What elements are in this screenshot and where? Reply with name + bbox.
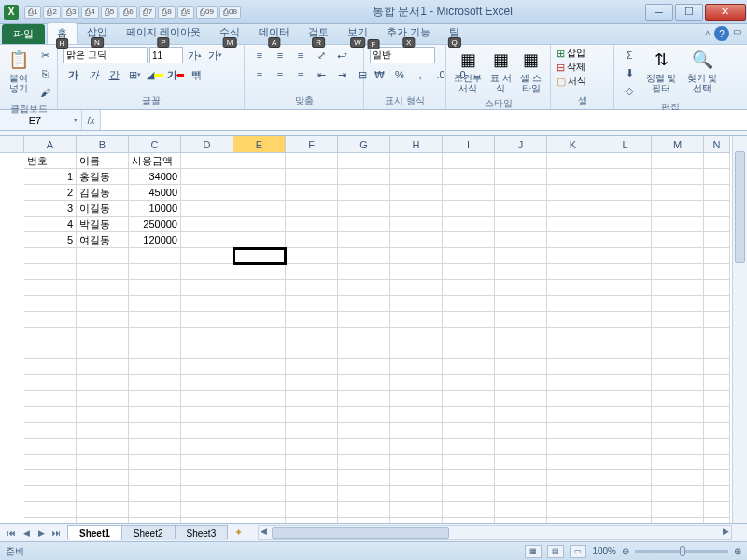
cell-N4[interactable] (704, 201, 730, 217)
cell-H1[interactable] (390, 153, 443, 169)
cell-D5[interactable] (181, 217, 233, 232)
cell-G15[interactable] (338, 375, 390, 391)
cell-B5[interactable]: 박길동 (77, 217, 129, 232)
page-break-view-button[interactable]: ▭ (570, 545, 586, 558)
cell-M19[interactable] (652, 439, 704, 455)
cell-D12[interactable] (181, 328, 233, 343)
cell-N3[interactable] (704, 185, 730, 201)
cell-A18[interactable] (24, 423, 77, 439)
increase-indent-button[interactable]: ⇥ (332, 66, 351, 83)
col-header-K[interactable]: K (547, 136, 599, 153)
tab-M[interactable]: 수식M (210, 22, 249, 44)
clear-button[interactable]: ◇ (620, 82, 639, 99)
col-header-B[interactable]: B (77, 136, 129, 153)
percent-button[interactable]: % (390, 66, 409, 83)
qat-button-7[interactable]: ⎙7 (139, 6, 156, 19)
cell-G4[interactable] (338, 201, 390, 217)
cell-A2[interactable]: 1 (24, 169, 77, 185)
cell-E3[interactable] (233, 185, 286, 201)
cell-I2[interactable] (443, 169, 495, 185)
font-size-select[interactable] (149, 47, 183, 63)
cell-J1[interactable] (495, 153, 547, 169)
cell-H22[interactable] (390, 486, 443, 502)
fx-button[interactable]: fx (82, 110, 101, 130)
cell-K1[interactable] (547, 153, 599, 169)
cell-L6[interactable] (599, 232, 652, 248)
cell-N1[interactable] (704, 153, 730, 169)
col-header-D[interactable]: D (181, 136, 233, 153)
cell-M14[interactable] (652, 359, 704, 375)
col-header-J[interactable]: J (495, 136, 547, 153)
cell-H16[interactable] (390, 391, 443, 407)
cell-L21[interactable] (599, 470, 652, 486)
number-format-select[interactable] (370, 47, 435, 63)
cell-B7[interactable] (77, 248, 129, 264)
cell-F17[interactable] (286, 407, 338, 423)
cell-G5[interactable] (338, 217, 390, 232)
cell-C16[interactable] (129, 391, 181, 407)
cell-E5[interactable] (233, 217, 286, 232)
cell-M9[interactable] (652, 280, 704, 296)
cell-G23[interactable] (338, 502, 390, 518)
cell-E8[interactable] (233, 264, 286, 280)
cell-F15[interactable] (286, 375, 338, 391)
cell-K23[interactable] (547, 502, 599, 518)
cell-A1[interactable]: 번호 (24, 153, 77, 169)
align-middle-button[interactable]: ≡ (271, 47, 289, 63)
phonetic-button[interactable]: 뺶 (187, 66, 205, 83)
cell-M15[interactable] (652, 375, 704, 391)
cell-H10[interactable] (390, 296, 443, 312)
cell-A5[interactable]: 4 (24, 217, 77, 232)
cell-N10[interactable] (704, 296, 730, 312)
cell-B18[interactable] (77, 423, 129, 439)
cell-E12[interactable] (233, 328, 286, 343)
cell-C11[interactable] (129, 312, 181, 328)
cell-C7[interactable] (129, 248, 181, 264)
cell-D10[interactable] (181, 296, 233, 312)
cell-C9[interactable] (129, 280, 181, 296)
cell-A4[interactable]: 3 (24, 201, 77, 217)
cell-E24[interactable] (233, 518, 286, 523)
col-header-G[interactable]: G (338, 136, 390, 153)
col-header-F[interactable]: F (286, 136, 338, 153)
col-header-A[interactable]: A (24, 136, 77, 153)
cell-styles-button[interactable]: ▦셀 스타일 (517, 47, 544, 95)
cell-N16[interactable] (704, 391, 730, 407)
cell-A21[interactable] (24, 470, 77, 486)
cell-C2[interactable]: 34000 (129, 169, 181, 185)
italic-button[interactable]: 가 (84, 66, 103, 83)
cell-I20[interactable] (443, 455, 495, 470)
cell-K15[interactable] (547, 375, 599, 391)
cell-I13[interactable] (443, 343, 495, 359)
cell-A22[interactable] (24, 486, 77, 502)
cell-E13[interactable] (233, 343, 286, 359)
cell-C15[interactable] (129, 375, 181, 391)
cell-N7[interactable] (704, 248, 730, 264)
cell-F22[interactable] (286, 486, 338, 502)
underline-button[interactable]: 간 (105, 66, 123, 83)
cell-M21[interactable] (652, 470, 704, 486)
normal-view-button[interactable]: ▦ (525, 545, 542, 558)
cell-B11[interactable] (77, 312, 129, 328)
cell-J5[interactable] (495, 217, 547, 232)
cell-A10[interactable] (24, 296, 77, 312)
cell-G16[interactable] (338, 391, 390, 407)
cell-H12[interactable] (390, 328, 443, 343)
cell-C22[interactable] (129, 486, 181, 502)
cell-D14[interactable] (181, 359, 233, 375)
cell-K18[interactable] (547, 423, 599, 439)
wrap-text-button[interactable]: ⮐ (332, 47, 351, 63)
qat-button-3[interactable]: ⎙3 (63, 6, 79, 19)
cell-H15[interactable] (390, 375, 443, 391)
zoom-slider-thumb[interactable] (680, 546, 685, 556)
copy-button[interactable]: ⎘ (35, 65, 54, 82)
cell-F24[interactable] (286, 518, 338, 523)
page-layout-view-button[interactable]: ▤ (547, 545, 564, 558)
cell-D23[interactable] (181, 502, 233, 518)
cell-I24[interactable] (443, 518, 495, 523)
ribbon-control-icon[interactable]: ▭ (733, 26, 741, 41)
cell-F11[interactable] (286, 312, 338, 328)
cell-L9[interactable] (599, 280, 652, 296)
cell-C18[interactable] (129, 423, 181, 439)
cell-G12[interactable] (338, 328, 390, 343)
